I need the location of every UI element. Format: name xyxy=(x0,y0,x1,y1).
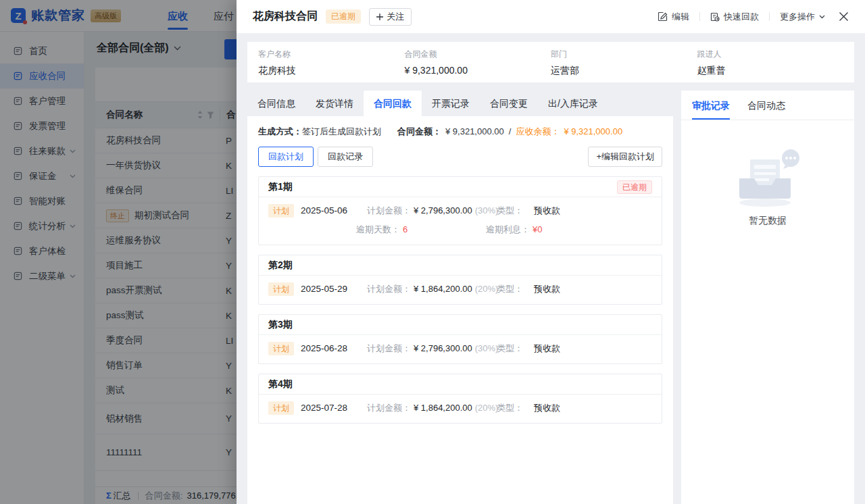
contract-detail-drawer: 花房科技合同 已逾期 关注 编辑 快速回款 更多操作 xyxy=(237,0,865,504)
side-panel-tabs: 审批记录 合同动态 xyxy=(681,91,854,120)
info-value: 赵重普 xyxy=(697,65,844,77)
plan-record-toggle: 回款计划 回款记录 +编辑回款计划 xyxy=(258,147,662,167)
empty-state-text: 暂无数据 xyxy=(749,215,787,227)
period-title: 第3期 xyxy=(268,319,293,331)
period-plan-line: 计划 2025-05-29 计划金额：¥ 1,864,200.00(20%) 类… xyxy=(268,281,652,297)
drawer-title: 花房科技合同 xyxy=(253,9,318,24)
info-value: ¥ 9,321,000.00 xyxy=(405,65,551,76)
plan-amount-field: 计划金额：¥ 1,864,200.00(20%) xyxy=(367,281,497,297)
period-card: 第2期 计划 2025-05-29 计划金额：¥ 1,864,200.00(20… xyxy=(258,255,662,305)
payment-tab-content: 生成方式：签订后生成回款计划合同金额：¥ 9,321,000.00/应收余额：¥… xyxy=(247,116,673,504)
period-header: 第4期 xyxy=(259,374,662,395)
contract-info-card: 客户名称 花房科技 合同金额 ¥ 9,321,000.00 部门 运营部 跟进人… xyxy=(247,42,854,82)
divider xyxy=(699,12,700,21)
detail-tab[interactable]: 开票记录 xyxy=(422,91,480,116)
plan-amount-field: 计划金额：¥ 1,864,200.00(20%) xyxy=(367,400,497,416)
info-value: 运营部 xyxy=(551,65,697,77)
payment-periods: 第1期 已逾期 计划 2025-05-06 计划金额：¥ 2,796,300.0… xyxy=(258,176,662,424)
period-title: 第4期 xyxy=(268,378,293,390)
period-overdue-badge: 已逾期 xyxy=(617,180,652,194)
drawer-header: 花房科技合同 已逾期 关注 编辑 快速回款 更多操作 xyxy=(237,0,865,34)
plan-type-field: 类型：预收款 xyxy=(497,341,652,357)
plan-type-field: 类型：预收款 xyxy=(497,203,652,219)
chevron-down-icon xyxy=(819,15,825,19)
side-panel-tab[interactable]: 合同动态 xyxy=(747,91,785,120)
detail-tab[interactable]: 发货详情 xyxy=(305,91,364,116)
generation-summary: 生成方式：签订后生成回款计划合同金额：¥ 9,321,000.00/应收余额：¥… xyxy=(258,126,662,138)
receivable-balance: ¥ 9,321,000.00 xyxy=(564,126,622,136)
edit-icon xyxy=(658,12,668,22)
info-label: 跟进人 xyxy=(697,49,844,60)
plan-amount-field: 计划金额：¥ 2,796,300.00(30%) xyxy=(367,341,497,357)
overdue-days-field: 逾期天数：6 xyxy=(356,222,486,238)
toggle-button[interactable]: 回款计划 xyxy=(258,147,314,167)
period-overdue-line: 逾期天数：6 逾期利息：¥0 xyxy=(268,222,652,238)
detail-tabs: 合同信息 发货详情 合同回款 开票记录 合同变更 出/入库记录 xyxy=(247,91,673,116)
period-card: 第3期 计划 2025-06-28 计划金额：¥ 2,796,300.00(30… xyxy=(258,314,662,364)
info-value: 花房科技 xyxy=(258,65,405,77)
plan-tag: 计划 xyxy=(268,204,294,218)
plan-type-field: 类型：预收款 xyxy=(497,400,652,416)
plan-tag: 计划 xyxy=(268,342,294,355)
info-field: 客户名称 花房科技 xyxy=(258,49,405,77)
empty-inbox-icon xyxy=(730,149,806,208)
period-plan-line: 计划 2025-07-28 计划金额：¥ 1,864,200.00(20%) 类… xyxy=(268,400,652,416)
edit-button[interactable]: 编辑 xyxy=(658,11,689,23)
period-card: 第4期 计划 2025-07-28 计划金额：¥ 1,864,200.00(20… xyxy=(258,374,662,424)
approval-side-panel: 审批记录 合同动态 xyxy=(681,91,854,504)
drawer-body: 客户名称 花房科技 合同金额 ¥ 9,321,000.00 部门 运营部 跟进人… xyxy=(237,34,865,504)
period-header: 第2期 xyxy=(259,255,662,276)
period-title: 第2期 xyxy=(268,259,293,272)
edit-plan-button[interactable]: +编辑回款计划 xyxy=(588,147,662,167)
quick-payment-button[interactable]: 快速回款 xyxy=(710,11,759,23)
follow-button[interactable]: 关注 xyxy=(369,8,412,26)
side-panel-tab[interactable]: 审批记录 xyxy=(692,91,730,120)
overdue-interest-field: 逾期利息：¥0 xyxy=(486,222,652,238)
detail-tab[interactable]: 合同变更 xyxy=(480,91,538,116)
plan-date: 2025-05-29 xyxy=(301,281,357,297)
info-label: 部门 xyxy=(551,49,697,60)
plan-amount-field: 计划金额：¥ 2,796,300.00(30%) xyxy=(367,203,497,219)
toggle-button[interactable]: 回款记录 xyxy=(318,147,373,167)
period-plan-line: 计划 2025-06-28 计划金额：¥ 2,796,300.00(30%) 类… xyxy=(268,341,652,357)
info-field: 部门 运营部 xyxy=(551,49,697,77)
divider xyxy=(769,12,770,21)
plan-date: 2025-05-06 xyxy=(301,203,357,219)
period-header: 第3期 xyxy=(259,315,662,335)
detail-tab[interactable]: 合同信息 xyxy=(247,91,305,116)
info-field: 跟进人 赵重普 xyxy=(697,49,844,77)
more-actions-button[interactable]: 更多操作 xyxy=(780,11,825,23)
period-card: 第1期 已逾期 计划 2025-05-06 计划金额：¥ 2,796,300.0… xyxy=(258,176,662,245)
main-panel: 合同信息 发货详情 合同回款 开票记录 合同变更 出/入库记录 生 xyxy=(247,91,673,504)
plan-tag: 计划 xyxy=(268,282,294,296)
plan-type-field: 类型：预收款 xyxy=(497,281,652,297)
info-label: 客户名称 xyxy=(258,49,405,60)
plan-date: 2025-06-28 xyxy=(301,341,357,357)
detail-tab[interactable]: 合同回款 xyxy=(364,91,422,116)
quick-payment-icon xyxy=(710,12,720,22)
period-header: 第1期 已逾期 xyxy=(259,177,662,197)
empty-state: 暂无数据 xyxy=(681,149,854,227)
plus-icon xyxy=(376,14,383,20)
period-title: 第1期 xyxy=(268,181,293,193)
close-icon[interactable] xyxy=(839,11,849,22)
detail-tab[interactable]: 出/入库记录 xyxy=(538,91,608,116)
info-field: 合同金额 ¥ 9,321,000.00 xyxy=(405,49,551,77)
period-plan-line: 计划 2025-05-06 计划金额：¥ 2,796,300.00(30%) 类… xyxy=(268,203,652,219)
plan-tag: 计划 xyxy=(268,401,294,415)
overdue-status-badge: 已逾期 xyxy=(326,9,361,24)
plan-date: 2025-07-28 xyxy=(301,400,357,416)
info-label: 合同金额 xyxy=(405,49,551,60)
